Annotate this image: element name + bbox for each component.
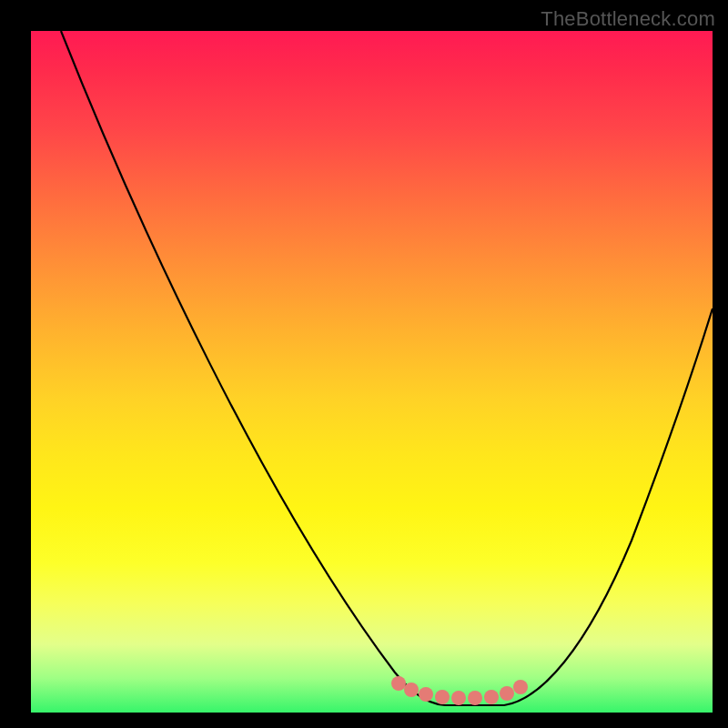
marker-dot — [435, 690, 450, 704]
marker-dot — [500, 686, 514, 701]
curve-right — [504, 308, 713, 705]
marker-dot — [404, 682, 419, 697]
optimal-zone-markers — [31, 678, 713, 705]
plot-area — [31, 31, 713, 713]
marker-dot — [468, 691, 482, 705]
marker-dot — [513, 680, 528, 694]
curve-left — [61, 31, 445, 705]
bottleneck-curve — [31, 31, 713, 713]
marker-dot — [451, 691, 466, 705]
watermark-text: TheBottleneck.com — [541, 7, 715, 31]
marker-dot — [419, 687, 433, 702]
marker-dot — [484, 690, 499, 704]
